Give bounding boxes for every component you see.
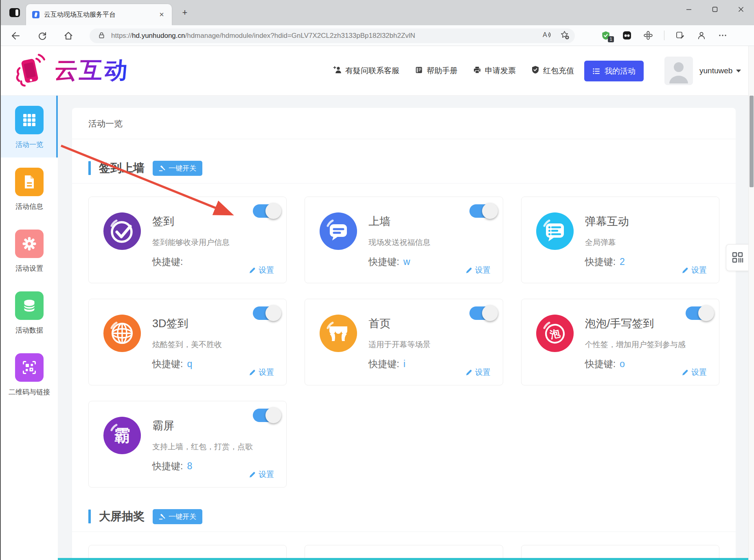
pencil-icon [465, 267, 472, 274]
card-toggle-on[interactable] [686, 306, 713, 320]
pencil-icon [682, 267, 688, 274]
window-controls [676, 0, 754, 19]
profile-icon[interactable] [696, 30, 707, 41]
tab-title: 云互动现场互动服务平台 [44, 11, 157, 19]
activity-card-3D签到: 3D签到 炫酷签到，美不胜收 快捷键:q 设置 [88, 299, 287, 385]
dots-extension-icon[interactable] [622, 30, 632, 41]
avatar[interactable] [664, 57, 693, 85]
card-toggle-on[interactable] [253, 409, 281, 422]
collections-icon[interactable] [675, 30, 686, 41]
card-shortcut: 快捷键:w [368, 256, 410, 268]
card-settings-link[interactable]: 设置 [249, 469, 274, 480]
stage-icon [320, 315, 357, 352]
browser-toolbar: https://hd.yunhudong.cn/hdmanage/hdmodul… [1, 25, 754, 46]
activity-card-上墙: 上墙 现场发送祝福信息 快捷键:w 设置 [305, 197, 503, 283]
sidebar-item-1[interactable]: 活动信息 [1, 158, 58, 219]
tab-close-icon[interactable]: ✕ [157, 10, 166, 19]
card-toggle-on[interactable] [253, 204, 281, 218]
card-shortcut: 快捷键:o [585, 358, 625, 370]
card-title: 上墙 [368, 214, 390, 229]
browser-tab[interactable]: 云互动现场互动服务平台 ✕ [26, 4, 172, 25]
shield-check-icon [531, 66, 539, 76]
scrollbar-thumb[interactable] [750, 96, 754, 187]
globe-icon [103, 315, 141, 352]
svg-text:霸: 霸 [114, 427, 130, 444]
favorite-star-icon[interactable] [560, 31, 569, 41]
shortcut-key: q [187, 359, 192, 369]
card-title: 3D签到 [152, 316, 188, 331]
one-key-switch-button[interactable]: 一键开关 [153, 509, 202, 524]
person-plus-icon [333, 66, 342, 76]
my-activities-button[interactable]: 我的活动 [584, 61, 644, 81]
minimize-button[interactable] [676, 0, 702, 19]
activity-card-泡泡/手写签到: 泡 泡泡/手写签到 个性签，增加用户签到参与感 快捷键:o 设置 [521, 299, 719, 385]
card-settings-link[interactable]: 设置 [682, 265, 707, 276]
card-settings-link[interactable]: 设置 [465, 265, 491, 276]
card-title: 弹幕互动 [585, 214, 629, 229]
card-toggle-on[interactable] [253, 306, 281, 320]
card-title: 签到 [152, 214, 174, 229]
nav-item-3[interactable]: 红包充值 [531, 66, 574, 76]
card-settings-link[interactable]: 设置 [465, 367, 491, 378]
card-settings-link[interactable]: 设置 [249, 265, 274, 276]
nav-item-2[interactable]: 申请发票 [473, 66, 516, 76]
activity-card-霸屏: 霸 霸屏 支持上墙，红包，打赏，点歌 快捷键:8 设置 [88, 401, 287, 488]
logo-text: 云互动 [53, 55, 131, 86]
pencil-icon [682, 369, 688, 376]
more-menu-icon[interactable] [717, 30, 728, 41]
username: yuntuweb [699, 66, 732, 75]
card-settings-link[interactable]: 设置 [249, 367, 274, 378]
section-1: 大屏抽奖 一键开关 [72, 509, 736, 560]
layout-grid-icon [732, 252, 744, 264]
card-shortcut: 快捷键:2 [585, 256, 625, 268]
sidebar-item-0[interactable]: 活动一览 [1, 96, 58, 158]
address-bar[interactable]: https://hd.yunhudong.cn/hdmanage/hdmodul… [90, 28, 575, 43]
gavel-icon [159, 513, 165, 520]
content-panel: 活动一览 签到上墙 一键开关 签到 签到能够收录用户信息 快捷键: 设置 上墙 … [72, 108, 736, 560]
app-body: 活动一览 活动信息 活动设置 活动数据 二维码与链接 活动一览 签到上墙 一键开… [1, 96, 749, 560]
close-button[interactable] [728, 0, 754, 19]
workspaces-icon[interactable] [9, 7, 20, 18]
home-icon[interactable] [63, 30, 74, 42]
shortcut-key: 2 [620, 256, 625, 267]
site-favicon-icon [32, 11, 40, 19]
read-aloud-icon[interactable]: A [542, 31, 552, 41]
manual-icon [415, 66, 423, 76]
layout-widget-button[interactable] [726, 244, 749, 271]
card-shortcut: 快捷键:i [368, 358, 405, 370]
one-key-switch-button[interactable]: 一键开关 [153, 161, 202, 176]
pencil-icon [249, 471, 256, 478]
lock-icon [98, 31, 105, 41]
sidebar-item-4[interactable]: 二维码与链接 [1, 343, 58, 405]
card-shortcut: 快捷键:q [152, 358, 192, 370]
sidebar-item-3[interactable]: 活动数据 [1, 281, 58, 343]
flower-extension-icon[interactable] [643, 30, 653, 41]
ba-screen-icon: 霸 [103, 417, 141, 454]
back-icon[interactable] [10, 30, 21, 42]
url-text: https://hd.yunhudong.cn/hdmanage/hdmodul… [111, 32, 542, 40]
shield-extension-icon[interactable]: 1 [601, 30, 611, 41]
card-toggle-on[interactable] [469, 204, 497, 218]
logo-phone-icon [11, 51, 50, 90]
extension-icons: 1 [601, 30, 728, 41]
refresh-icon[interactable] [37, 30, 48, 42]
new-tab-button[interactable]: + [180, 8, 190, 18]
card-description: 签到能够收录用户信息 [152, 237, 230, 248]
maximize-button[interactable] [702, 0, 728, 19]
section-accent-bar [88, 161, 91, 175]
nav-item-1[interactable]: 帮助手册 [415, 66, 458, 76]
database-icon [15, 291, 44, 320]
nav-item-0[interactable]: 有疑问联系客服 [333, 66, 399, 76]
card-description: 支持上墙，红包，打赏，点歌 [152, 442, 253, 452]
cards-grid: 签到 签到能够收录用户信息 快捷键: 设置 上墙 现场发送祝福信息 快捷键:w … [88, 197, 719, 488]
shortcut-key: o [620, 359, 625, 369]
site-logo[interactable]: 云互动 [11, 51, 129, 90]
user-menu[interactable]: yuntuweb [699, 46, 741, 96]
card-toggle-on[interactable] [469, 306, 497, 320]
shortcut-key: i [403, 359, 405, 369]
sidebar-item-2[interactable]: 活动设置 [1, 219, 58, 281]
card-settings-link[interactable]: 设置 [682, 367, 707, 378]
svg-text:泡: 泡 [548, 327, 561, 341]
grid-icon [15, 106, 44, 134]
page-scrollbar[interactable] [748, 46, 754, 560]
